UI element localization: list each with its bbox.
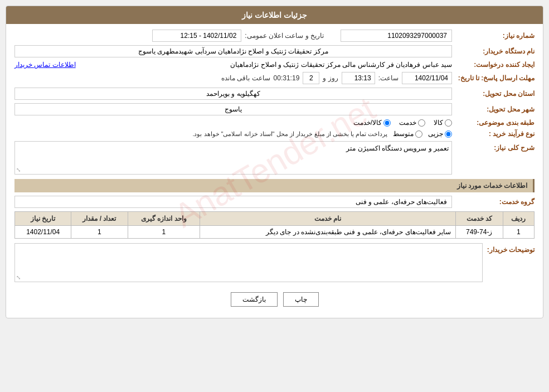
org-name-row: نام دستگاه خریدار: مرکز تحقیقات ژنتیک و … — [14, 45, 535, 57]
creator-row: ایجاد کننده درخواست: سید عباس فرهادیان ف… — [14, 61, 535, 69]
purchase-motavaset-item: متوسط — [393, 130, 422, 138]
cell-code: ز-74-749 — [455, 226, 503, 239]
description-box: تعمیر و سرویس دستگاه اکسیژن متر ⤡ — [14, 141, 452, 175]
resize-handle: ⤡ — [16, 167, 21, 173]
buyer-notes-row: توضیحات خریدار: ⤡ — [14, 243, 535, 282]
cell-unit: 1 — [128, 226, 200, 239]
category-kala-label: کالا — [434, 119, 443, 127]
province-label: استان محل تحویل: — [456, 90, 535, 98]
deadline-label: مهلت ارسال پاسخ: تا تاریخ: — [456, 74, 535, 82]
deadline-time: 13:13 — [342, 72, 375, 84]
page-title: جزئیات اطلاعات نیاز — [6, 6, 543, 24]
deadline-days: 2 — [303, 72, 319, 84]
buyer-notes-label: توضیحات خریدار: — [487, 243, 535, 254]
request-number-value: 1102093297000037 — [341, 30, 452, 42]
category-khadamat-item: خدمت — [399, 119, 425, 127]
service-group-label: گروه خدمت: — [456, 198, 535, 206]
deadline-remaining-value: 00:31:19 — [274, 74, 300, 82]
category-khadamat-radio[interactable] — [418, 119, 425, 127]
back-button[interactable]: بازگشت — [231, 292, 278, 307]
category-kala-khadamat-item: کالا/خدمت — [353, 119, 391, 127]
category-label: طبقه بندی موضوعی: — [456, 119, 535, 127]
notes-resize-handle: ⤡ — [16, 274, 21, 280]
org-name-label: نام دستگاه خریدار: — [456, 47, 535, 55]
announce-value: 1402/11/02 - 12:15 — [152, 30, 241, 42]
category-radio-group: کالا خدمت کالا/خدمت — [353, 119, 452, 127]
category-kala-radio[interactable] — [445, 119, 452, 127]
cell-quantity: 1 — [71, 226, 128, 239]
city-row: شهر محل تحویل: یاسوج — [14, 103, 535, 115]
category-kala-item: کالا — [434, 119, 452, 127]
service-group-value: فعالیت‌های حرفه‌ای، علمی و فنی — [14, 196, 452, 208]
cell-date: 1402/11/04 — [15, 226, 71, 239]
table-row: 1 ز-74-749 سایر فعالیت‌های حرفه‌ای، علمی… — [15, 226, 535, 239]
deadline-remaining-label: ساعت باقی مانده — [221, 74, 270, 82]
purchase-motavaset-label: متوسط — [393, 130, 414, 138]
purchase-type-row: نوع فرآیند خرید : جزیی متوسط پرداخت تمام… — [14, 130, 535, 138]
description-label: شرح کلی نیاز: — [456, 141, 535, 152]
purchase-note: پرداخت تمام یا بخشی از مبلغ خریدار از مح… — [192, 130, 387, 138]
action-buttons: چاپ بازگشت — [14, 287, 535, 312]
announce-label: تاریخ و ساعت اعلان عمومی: — [245, 32, 324, 40]
col-code: کد خدمت — [455, 212, 503, 226]
purchase-motavaset-radio[interactable] — [415, 130, 422, 138]
cell-row-num: 1 — [503, 226, 535, 239]
col-row-num: ردیف — [503, 212, 535, 226]
org-name-value: مرکز تحقیقات ژنتیک و اصلاح نژادماهیان سر… — [14, 45, 452, 57]
purchase-jozii-label: جزیی — [428, 130, 443, 138]
print-button[interactable]: چاپ — [283, 292, 319, 307]
purchase-type-group: جزیی متوسط پرداخت تمام یا بخشی از مبلغ خ… — [14, 130, 452, 138]
request-number-label: شماره نیاز: — [456, 32, 535, 40]
col-date: تاریخ نیاز — [15, 212, 71, 226]
province-value: کهگیلویه و بویراحمد — [14, 88, 452, 100]
col-quantity: تعداد / مقدار — [71, 212, 128, 226]
col-name: نام خدمت — [200, 212, 456, 226]
deadline-date: 1402/11/04 — [402, 72, 452, 84]
creator-value: سید عباس فرهادیان فر کارشناس مالی مرکز ت… — [80, 61, 452, 69]
category-row: طبقه بندی موضوعی: کالا خدمت کالا/خدمت — [14, 119, 535, 127]
category-khadamat-label: خدمت — [399, 119, 416, 127]
description-value: تعمیر و سرویس دستگاه اکسیژن متر — [346, 144, 449, 152]
contact-link[interactable]: اطلاعات تماس خریدار — [14, 61, 76, 69]
request-number-row: شماره نیاز: 1102093297000037 تاریخ و ساع… — [14, 30, 535, 42]
buyer-notes-box: ⤡ — [14, 243, 483, 282]
cell-name: سایر فعالیت‌های حرفه‌ای، علمی و فنی طبقه… — [200, 226, 456, 239]
col-unit: واحد اندازه گیری — [128, 212, 200, 226]
city-label: شهر محل تحویل: — [456, 105, 535, 113]
creator-label: ایجاد کننده درخواست: — [456, 61, 535, 69]
deadline-time-label: ساعت: — [378, 74, 399, 82]
province-row: استان محل تحویل: کهگیلویه و بویراحمد — [14, 88, 535, 100]
main-card: AnatTender.net جزئیات اطلاعات نیاز شماره… — [6, 6, 543, 318]
deadline-days-label: روز و — [323, 74, 338, 82]
purchase-type-label: نوع فرآیند خرید : — [456, 130, 535, 138]
purchase-jozii-item: جزیی — [428, 130, 452, 138]
services-table: ردیف کد خدمت نام خدمت واحد اندازه گیری ت… — [14, 211, 535, 239]
services-table-container: ردیف کد خدمت نام خدمت واحد اندازه گیری ت… — [14, 211, 535, 239]
services-section-header: اطلاعات خدمات مورد نیاز — [14, 179, 535, 192]
category-kala-khadamat-label: کالا/خدمت — [353, 119, 382, 127]
purchase-jozii-radio[interactable] — [445, 130, 452, 138]
deadline-row: مهلت ارسال پاسخ: تا تاریخ: 1402/11/04 سا… — [14, 72, 535, 84]
category-kala-khadamat-radio[interactable] — [383, 119, 391, 127]
city-value: یاسوج — [14, 103, 452, 115]
service-group-row: گروه خدمت: فعالیت‌های حرفه‌ای، علمی و فن… — [14, 196, 535, 208]
table-header-row: ردیف کد خدمت نام خدمت واحد اندازه گیری ت… — [15, 212, 535, 226]
description-row: شرح کلی نیاز: تعمیر و سرویس دستگاه اکسیژ… — [14, 141, 535, 175]
